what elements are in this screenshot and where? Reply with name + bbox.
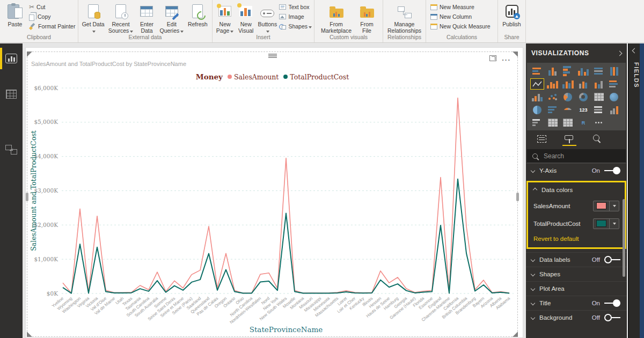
section-y-axis[interactable]: Y-Axis On — [526, 163, 627, 178]
visualizations-panel: VISUALIZATIONS 123R Search Y-Axis On Dat… — [526, 43, 627, 338]
chevron-up-icon — [533, 187, 537, 192]
visual-options-icon[interactable]: ... — [502, 57, 511, 60]
visual-type-ribbon-icon[interactable] — [607, 78, 621, 90]
visual-type-line-icon[interactable] — [530, 78, 544, 90]
visual-type-line-clustered-column-icon[interactable] — [592, 78, 606, 90]
section-data-labels[interactable]: Data labels Off — [526, 252, 627, 267]
text-box-button[interactable]: Text box — [279, 2, 312, 12]
ribbon-group-external-data: Get Data Recent Sources Enter Data Edit … — [78, 0, 213, 42]
tab-format[interactable] — [562, 135, 576, 146]
data-labels-toggle[interactable] — [604, 256, 620, 263]
section-background[interactable]: Background Off — [526, 310, 627, 325]
edit-queries-button[interactable]: Edit Queries — [159, 2, 184, 34]
salesamount-color-picker[interactable] — [593, 201, 619, 211]
visual-type-donut-icon[interactable] — [576, 91, 590, 102]
visual-type-pie-icon[interactable] — [561, 91, 575, 102]
data-view-button[interactable] — [0, 82, 23, 106]
search-input[interactable]: Search — [527, 149, 626, 163]
panel-scrollbar[interactable] — [623, 199, 625, 277]
visual-type-filled-map-icon[interactable] — [530, 104, 544, 115]
visual-type-r-script-icon[interactable]: R — [576, 117, 590, 128]
format-painter-button[interactable]: Format Painter — [29, 21, 75, 31]
visual-type-gauge-icon[interactable] — [561, 104, 575, 115]
buttons-button[interactable]: Buttons — [257, 2, 278, 34]
visual-type-stacked-column-icon[interactable] — [546, 65, 560, 77]
totalproductcost-swatch — [596, 220, 606, 227]
visual-corner-handle[interactable] — [27, 52, 32, 57]
chevron-down-icon — [531, 286, 535, 291]
new-visual-icon — [239, 3, 252, 20]
expand-fields-icon[interactable] — [632, 48, 637, 54]
get-data-button[interactable]: Get Data — [80, 2, 106, 34]
visual-type-clustered-column-icon[interactable] — [576, 65, 590, 77]
title-toggle[interactable] — [604, 299, 620, 307]
visual-type-multi-row-card-icon[interactable] — [592, 104, 606, 115]
search-placeholder: Search — [544, 152, 564, 160]
new-quick-measure-button[interactable]: New Quick Measure — [430, 21, 491, 31]
enter-data-icon — [140, 3, 153, 20]
focus-mode-icon[interactable] — [489, 55, 496, 61]
background-toggle[interactable] — [604, 314, 620, 321]
visual-type-slicer-icon[interactable] — [530, 117, 544, 128]
new-column-button[interactable]: New Column — [430, 12, 491, 21]
visual-type-stacked-area-icon[interactable] — [561, 78, 575, 90]
model-view-button[interactable] — [0, 138, 23, 161]
visual-type-100-stacked-column-icon[interactable] — [607, 65, 621, 77]
visual-type-area-icon[interactable] — [546, 78, 560, 90]
ribbon-group-insert: New Page New Visual Buttons Text box — [213, 0, 314, 42]
visual-type-line-stacked-column-icon[interactable] — [576, 78, 590, 90]
visual-type-100-stacked-bar-icon[interactable] — [592, 65, 606, 77]
revert-to-default-link[interactable]: Revert to default — [528, 232, 625, 247]
y-axis-toggle[interactable] — [604, 167, 620, 174]
visual-type-matrix-icon[interactable] — [561, 117, 575, 128]
new-measure-button[interactable]: New Measure — [430, 2, 491, 12]
visual-type-waterfall-icon[interactable] — [530, 91, 544, 102]
tab-fields[interactable] — [535, 135, 548, 145]
swatch-dropdown-icon[interactable] — [609, 219, 619, 229]
visual-type-card-icon[interactable]: 123 — [576, 104, 590, 115]
new-page-icon — [218, 3, 231, 20]
visual-type-ellipsis-icon[interactable] — [592, 117, 606, 128]
visual-corner-handle[interactable] — [513, 52, 518, 57]
manage-relationships-button[interactable]: Manage Relationships — [386, 2, 423, 34]
image-button[interactable]: Image — [279, 12, 312, 21]
report-view-button[interactable] — [0, 47, 23, 70]
from-marketplace-button[interactable]: From Marketplace — [319, 2, 354, 34]
y-axis-tick-label: $2,000K — [34, 222, 58, 228]
y-axis-tick-label: $6,000K — [34, 85, 58, 91]
from-file-button[interactable]: From File — [355, 2, 379, 34]
visual-type-treemap-icon[interactable] — [592, 91, 606, 102]
visual-type-scatter-icon[interactable] — [546, 91, 560, 102]
collapse-panel-icon[interactable] — [617, 50, 623, 56]
line-chart-visual[interactable]: ... SalesAmount and TotalProductCost by … — [27, 52, 518, 337]
visual-type-map-icon[interactable] — [607, 91, 621, 102]
visual-type-funnel-icon[interactable] — [546, 104, 560, 115]
publish-button[interactable]: Publish — [500, 2, 523, 27]
section-shapes[interactable]: Shapes — [526, 267, 627, 281]
visual-type-table-icon[interactable] — [546, 117, 560, 128]
panel-title: VISUALIZATIONS — [531, 49, 589, 57]
refresh-button[interactable]: Refresh — [186, 2, 210, 27]
fields-collapsed-bar[interactable]: FIELDS — [628, 43, 640, 338]
visual-drag-handle[interactable] — [268, 54, 277, 58]
recent-sources-button[interactable]: Recent Sources — [107, 2, 134, 34]
copy-button[interactable]: Copy — [29, 12, 75, 21]
paste-button[interactable]: Paste — [2, 2, 28, 27]
enter-data-button[interactable]: Enter Data — [136, 2, 158, 34]
section-title[interactable]: Title On — [526, 296, 627, 310]
visual-type-clustered-bar-icon[interactable] — [561, 65, 575, 77]
chevron-down-icon — [531, 168, 535, 173]
cut-button[interactable]: ✂ Cut — [29, 2, 75, 12]
y-axis-tick-label: $0K — [47, 290, 58, 297]
visual-type-stacked-bar-icon[interactable] — [530, 65, 544, 77]
new-page-button[interactable]: New Page — [215, 2, 235, 34]
section-plot-area[interactable]: Plot Area — [526, 281, 627, 296]
totalproductcost-color-picker[interactable] — [593, 218, 619, 229]
section-data-colors[interactable]: Data colors — [528, 182, 625, 197]
new-visual-button[interactable]: New Visual — [236, 2, 255, 34]
tab-analytics[interactable] — [590, 135, 604, 146]
ribbon-group-calculations: New Measure New Column New Quick Measure… — [426, 0, 498, 42]
visual-type-kpi-icon[interactable] — [607, 104, 621, 115]
swatch-dropdown-icon[interactable] — [609, 201, 619, 211]
shapes-button[interactable]: Shapes — [279, 21, 312, 31]
